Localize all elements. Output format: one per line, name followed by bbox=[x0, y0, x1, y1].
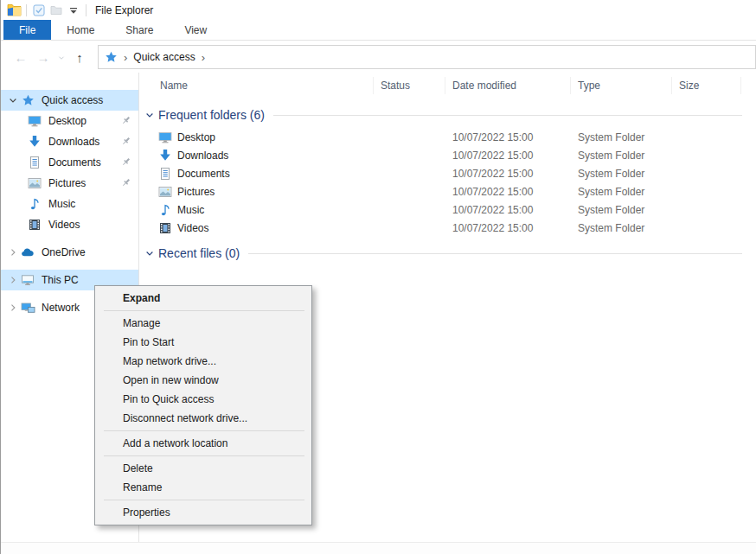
toolbar-dropdown-icon[interactable] bbox=[65, 3, 82, 18]
address-bar: ← → ↑ › Quick access › bbox=[1, 41, 756, 73]
window-title: File Explorer bbox=[95, 4, 153, 16]
menu-item-pin-to-start[interactable]: Pin to Start bbox=[95, 333, 311, 352]
group-chevron-down-icon bbox=[144, 248, 155, 258]
pictures-icon bbox=[27, 176, 42, 190]
file-row-videos[interactable]: Videos10/07/2022 15:00System Folder bbox=[139, 219, 756, 237]
menu-item-pin-to-quick-access[interactable]: Pin to Quick access bbox=[95, 390, 311, 409]
file-type: System Folder bbox=[571, 150, 672, 162]
tab-home[interactable]: Home bbox=[51, 20, 110, 40]
chevron-right-icon[interactable] bbox=[6, 275, 20, 285]
file-row-documents[interactable]: Documents10/07/2022 15:00System Folder bbox=[139, 164, 756, 182]
menu-item-manage[interactable]: Manage bbox=[95, 314, 311, 333]
column-header-date-modified[interactable]: Date modified bbox=[445, 77, 571, 94]
back-icon[interactable]: ← bbox=[10, 50, 32, 65]
pin-icon[interactable] bbox=[120, 136, 131, 147]
group-header[interactable]: Recent files (0) bbox=[144, 244, 756, 263]
recent-locations-icon[interactable] bbox=[54, 50, 68, 65]
file-explorer-window: File Explorer FileHomeShareView ← → ↑ › … bbox=[0, 0, 756, 554]
pictures-icon bbox=[158, 185, 172, 199]
file-type: System Folder bbox=[571, 186, 672, 198]
file-row-desktop[interactable]: Desktop10/07/2022 15:00System Folder bbox=[139, 128, 756, 146]
new-folder-icon[interactable] bbox=[48, 3, 65, 18]
chevron-right-icon[interactable] bbox=[6, 302, 20, 313]
menu-item-map-network-drive[interactable]: Map network drive... bbox=[95, 352, 311, 371]
file-date-modified: 10/07/2022 15:00 bbox=[445, 204, 571, 216]
up-icon[interactable]: ↑ bbox=[68, 50, 91, 65]
menu-separator bbox=[104, 500, 304, 500]
network-icon bbox=[20, 301, 35, 315]
chevron-down-icon[interactable] bbox=[6, 95, 20, 105]
column-header-type[interactable]: Type bbox=[571, 77, 672, 94]
column-header-size[interactable]: Size bbox=[672, 77, 741, 94]
file-type: System Folder bbox=[571, 131, 672, 143]
sidebar-item-label: Desktop bbox=[48, 115, 86, 127]
chevron-right-icon[interactable] bbox=[6, 247, 20, 258]
forward-icon[interactable]: → bbox=[32, 50, 54, 65]
group-header[interactable]: Frequent folders (6) bbox=[144, 105, 756, 124]
sidebar-item-music[interactable]: Music bbox=[1, 194, 138, 214]
pin-icon[interactable] bbox=[120, 115, 131, 126]
breadcrumb-location[interactable]: Quick access bbox=[133, 51, 195, 63]
file-type: System Folder bbox=[571, 168, 672, 180]
sidebar-item-label: Documents bbox=[48, 156, 101, 169]
file-name: Music bbox=[177, 204, 204, 216]
file-explorer-icon bbox=[5, 3, 22, 18]
sidebar-item-label: Quick access bbox=[42, 94, 103, 106]
group-header-label: Recent files (0) bbox=[158, 246, 240, 260]
sidebar-item-downloads[interactable]: Downloads bbox=[1, 131, 138, 152]
sidebar-item-quick-access[interactable]: Quick access bbox=[1, 90, 138, 111]
toolbar-separator bbox=[86, 4, 86, 16]
pin-icon[interactable] bbox=[120, 177, 131, 188]
menu-item-properties[interactable]: Properties bbox=[95, 503, 311, 522]
file-type: System Folder bbox=[571, 204, 672, 216]
pin-icon[interactable] bbox=[120, 156, 131, 168]
file-date-modified: 10/07/2022 15:00 bbox=[445, 131, 571, 143]
file-name: Pictures bbox=[177, 186, 215, 198]
sidebar-item-desktop[interactable]: Desktop bbox=[1, 111, 138, 131]
downloads-icon bbox=[27, 135, 42, 149]
tab-share[interactable]: Share bbox=[110, 20, 169, 40]
menu-item-delete[interactable]: Delete bbox=[95, 459, 311, 478]
sidebar-item-documents[interactable]: Documents bbox=[1, 152, 138, 173]
toolbar-separator bbox=[26, 4, 27, 16]
this-pc-icon bbox=[20, 273, 35, 287]
status-bar bbox=[1, 542, 756, 554]
sidebar-item-label: Network bbox=[42, 302, 80, 314]
sidebar-item-videos[interactable]: Videos bbox=[1, 214, 138, 235]
tab-file[interactable]: File bbox=[3, 20, 51, 40]
menu-item-add-a-network-location[interactable]: Add a network location bbox=[95, 434, 311, 453]
column-header-name[interactable]: Name bbox=[139, 77, 374, 94]
file-type: System Folder bbox=[571, 222, 672, 234]
menu-item-disconnect-network-drive[interactable]: Disconnect network drive... bbox=[95, 409, 311, 428]
file-date-modified: 10/07/2022 15:00 bbox=[445, 222, 571, 234]
tab-view[interactable]: View bbox=[169, 20, 222, 40]
sidebar-item-label: OneDrive bbox=[42, 246, 86, 258]
sidebar-item-label: Videos bbox=[48, 219, 80, 231]
menu-item-expand[interactable]: Expand bbox=[95, 289, 311, 308]
sidebar-item-pictures[interactable]: Pictures bbox=[1, 173, 138, 194]
menu-item-open-in-new-window[interactable]: Open in new window bbox=[95, 371, 311, 390]
sidebar-item-onedrive[interactable]: OneDrive bbox=[1, 242, 138, 263]
address-input[interactable]: › Quick access › bbox=[98, 45, 756, 69]
group-header-label: Frequent folders (6) bbox=[158, 108, 265, 122]
file-date-modified: 10/07/2022 15:00 bbox=[445, 186, 571, 198]
group-header-rule bbox=[273, 115, 742, 116]
file-date-modified: 10/07/2022 15:00 bbox=[445, 150, 571, 162]
file-date-modified: 10/07/2022 15:00 bbox=[445, 168, 571, 180]
column-header-status[interactable]: Status bbox=[374, 77, 445, 94]
group-header-rule bbox=[248, 253, 742, 254]
file-row-music[interactable]: Music10/07/2022 15:00System Folder bbox=[139, 201, 756, 219]
file-row-pictures[interactable]: Pictures10/07/2022 15:00System Folder bbox=[139, 182, 756, 201]
properties-icon[interactable] bbox=[30, 3, 48, 18]
file-row-downloads[interactable]: Downloads10/07/2022 15:00System Folder bbox=[139, 146, 756, 164]
file-name: Downloads bbox=[177, 150, 228, 162]
breadcrumb-chevron[interactable]: › bbox=[202, 51, 205, 64]
context-menu: ExpandManagePin to StartMap network driv… bbox=[94, 285, 312, 525]
videos-icon bbox=[27, 218, 42, 232]
menu-item-rename[interactable]: Rename bbox=[95, 478, 311, 497]
menu-separator bbox=[104, 430, 304, 431]
file-name: Desktop bbox=[177, 131, 215, 143]
menu-separator bbox=[104, 310, 304, 311]
breadcrumb-chevron[interactable]: › bbox=[124, 51, 127, 64]
sidebar-item-label: This PC bbox=[42, 274, 79, 286]
